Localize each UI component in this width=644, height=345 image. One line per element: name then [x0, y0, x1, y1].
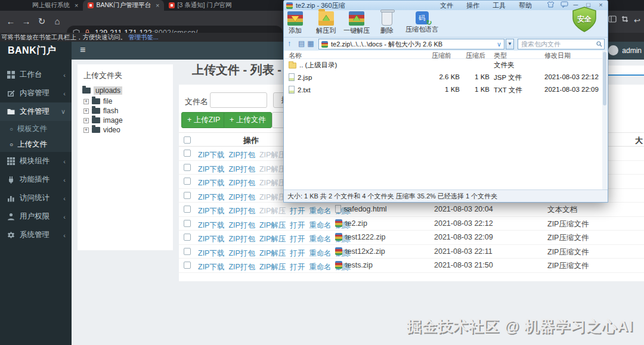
row-checkbox[interactable]	[184, 262, 191, 269]
action-zip-pack[interactable]: ZIP打包	[228, 179, 255, 187]
forward-icon[interactable]: →	[20, 15, 32, 27]
expander-icon[interactable]: +	[83, 128, 89, 133]
user-menu[interactable]: admin	[608, 45, 642, 55]
theme-skin-icon[interactable]	[547, 1, 555, 8]
sidebar-item-content[interactable]: 内容管理‹	[0, 84, 72, 102]
sidebar-item-plugins[interactable]: 功能插件‹	[0, 170, 72, 189]
home-icon[interactable]: ⌂	[51, 15, 63, 27]
action-zip-pack[interactable]: ZIP打包	[228, 263, 255, 271]
action-open[interactable]: 打开	[290, 263, 305, 271]
reload-icon[interactable]: ↻	[36, 15, 48, 27]
row-checkbox[interactable]	[184, 178, 191, 185]
zip-menu-item[interactable]: 工具	[493, 1, 506, 10]
zip-menu-item[interactable]: 操作	[466, 1, 479, 10]
zip-toolbar-add-button[interactable]: 添加	[287, 11, 303, 35]
tab-close-icon[interactable]: ×	[75, 2, 78, 9]
zip-toolbar-extract-one-button[interactable]: 一键解压	[343, 11, 370, 35]
row-checkbox[interactable]	[184, 234, 191, 241]
action-zip-extract[interactable]: ZIP解压	[259, 207, 286, 215]
zip-menu-item[interactable]: 文件	[440, 1, 453, 10]
sidebar-subitem[interactable]: ○上传文件	[0, 136, 72, 152]
action-zip-download[interactable]: ZIP下载	[198, 235, 224, 243]
action-zip-pack[interactable]: ZIP打包	[228, 249, 255, 257]
row-checkbox[interactable]	[184, 206, 191, 213]
action-zip-extract[interactable]: ZIP解压	[259, 235, 286, 243]
magnifier-icon[interactable]	[596, 41, 602, 47]
sidebar-subitem[interactable]: ○模板文件	[0, 121, 72, 136]
upload-file-button[interactable]: + 上传文件	[224, 112, 272, 128]
action-zip-pack[interactable]: ZIP打包	[228, 151, 255, 159]
action-zip-download[interactable]: ZIP下载	[198, 207, 224, 215]
action-zip-extract[interactable]: ZIP解压	[259, 221, 286, 229]
action-zip-download[interactable]: ZIP下载	[198, 179, 224, 187]
row-checkbox[interactable]	[184, 192, 191, 199]
zip-row[interactable]: 2.jsp2.6 KB1 KBJSP 文件2021-08-03 22:12	[284, 72, 608, 84]
app-logo[interactable]: BANK门户	[0, 42, 72, 60]
action-open[interactable]: 打开	[290, 207, 305, 215]
expander-icon[interactable]: +	[83, 99, 89, 104]
combo-arrow-icon[interactable]: ∨	[497, 39, 501, 49]
sidebar-item-files[interactable]: 文件管理∨	[0, 102, 72, 121]
action-zip-pack[interactable]: ZIP打包	[228, 193, 255, 201]
sidebar-item-workbench[interactable]: 工作台‹	[0, 66, 72, 84]
row-checkbox[interactable]	[184, 248, 191, 255]
manage-bookmarks-link[interactable]: 管理书签...	[128, 33, 159, 41]
action-rename[interactable]: 重命名	[309, 207, 332, 215]
feedback-icon[interactable]	[561, 1, 568, 8]
sidebar-item-users[interactable]: 用户权限‹	[0, 207, 72, 226]
action-rename[interactable]: 重命名	[309, 249, 332, 257]
action-zip-extract[interactable]: ZIP解压	[259, 249, 286, 257]
action-open[interactable]: 打开	[290, 221, 305, 229]
hamburger-icon[interactable]: ≡	[80, 45, 85, 55]
scrollbar-thumb[interactable]	[603, 52, 606, 105]
address-dropdown-button[interactable]: ▼	[506, 39, 514, 49]
expander-icon[interactable]: +	[83, 108, 89, 114]
up-folder-icon[interactable]: ↑	[287, 39, 292, 48]
row-checkbox[interactable]	[184, 220, 191, 227]
zip-search-input[interactable]	[518, 39, 605, 49]
zip-address-box[interactable]: te2.zip\..\..\..\docs - 解包大小为 2.6 KB ∨	[318, 39, 504, 49]
action-zip-pack[interactable]: ZIP打包	[228, 165, 255, 173]
zip-toolbar-extract-to-button[interactable]: 解压到	[316, 11, 336, 35]
tree-item[interactable]: +flash	[82, 106, 173, 116]
action-open[interactable]: 打开	[290, 235, 305, 243]
tree-item[interactable]: +file	[82, 97, 173, 106]
row-checkbox[interactable]	[184, 164, 191, 171]
screenshot-icon[interactable]	[621, 15, 629, 23]
zip-row[interactable]: 2.txt1 KB1 KBTXT 文件2021-08-03 22:09	[284, 84, 608, 97]
browser-tab[interactable]: BANK门户管理平台×	[83, 0, 164, 11]
back-icon[interactable]: ←	[5, 15, 17, 27]
zip-row[interactable]: .. (上级目录)文件夹	[284, 59, 608, 72]
action-rename[interactable]: 重命名	[309, 221, 332, 229]
action-rename[interactable]: 重命名	[309, 235, 332, 243]
upload-zip-button[interactable]: + 上传ZIP	[181, 112, 226, 128]
action-zip-extract[interactable]: ZIP解压	[259, 193, 286, 201]
share-icon[interactable]: ↩	[634, 15, 640, 26]
action-zip-download[interactable]: ZIP下载	[198, 221, 224, 229]
zip-toolbar-lang-button[interactable]: 码↻压缩包语言	[405, 11, 438, 34]
action-zip-extract[interactable]: ZIP解压	[259, 165, 286, 173]
browser-tab[interactable]: 网上银行系统×	[27, 0, 83, 11]
zip-menu-item[interactable]: 帮助	[519, 1, 532, 10]
select-all-checkbox[interactable]	[184, 136, 191, 144]
tab-close-icon[interactable]: ×	[156, 2, 159, 9]
side-panel-icon[interactable]	[608, 15, 617, 23]
action-zip-extract[interactable]: ZIP解压	[259, 179, 286, 187]
row-checkbox[interactable]	[184, 150, 191, 157]
zip-scrollbar[interactable]	[602, 51, 607, 190]
tree-item[interactable]: uploads	[82, 86, 173, 95]
tree-item[interactable]: +image	[82, 116, 173, 125]
action-zip-extract[interactable]: ZIP解压	[259, 151, 286, 159]
zip-titlebar[interactable]: te2.zip - 360压缩 文件操作工具帮助 ─ □ ×	[284, 1, 608, 10]
tree-item[interactable]: +video	[82, 125, 173, 135]
action-rename[interactable]: 重命名	[309, 263, 332, 271]
action-zip-pack[interactable]: ZIP打包	[228, 207, 255, 215]
action-zip-download[interactable]: ZIP下载	[198, 263, 224, 271]
safe-badge[interactable]: 安全	[571, 7, 598, 33]
action-zip-download[interactable]: ZIP下载	[198, 165, 224, 173]
action-open[interactable]: 打开	[290, 249, 305, 257]
expander-icon[interactable]: +	[83, 118, 89, 123]
action-zip-pack[interactable]: ZIP打包	[228, 235, 255, 243]
sidebar-item-system[interactable]: 系统管理‹	[0, 226, 72, 244]
sidebar-item-modules[interactable]: 模块组件‹	[0, 152, 72, 170]
